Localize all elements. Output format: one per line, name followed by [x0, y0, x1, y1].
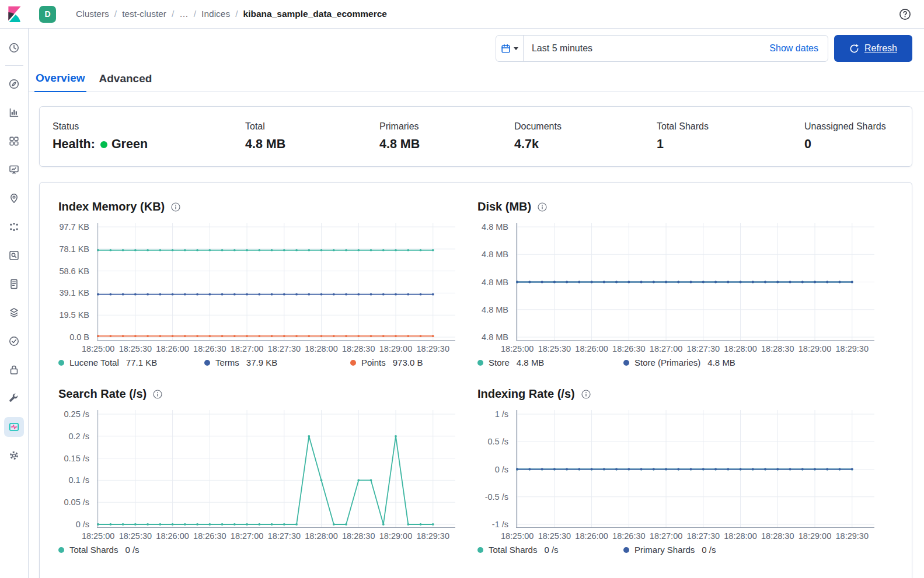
index-summary-panel: Status Health: Green Total 4.8 MB Primar…	[39, 106, 912, 167]
sidebar-item-machine-learning[interactable]	[0, 212, 29, 241]
time-range-value[interactable]: Last 5 minutes	[524, 43, 769, 54]
sidebar-item-uptime[interactable]	[0, 327, 29, 355]
legend-name: Terms	[215, 358, 239, 367]
sidebar-item-canvas[interactable]	[0, 155, 29, 184]
x-tick: 18:27:30	[687, 531, 720, 541]
legend-dot	[623, 360, 629, 366]
x-tick: 18:28:00	[305, 531, 337, 541]
y-tick: 0.25 /s	[64, 409, 89, 419]
legend-value: 4.8 MB	[707, 358, 735, 367]
x-tick: 18:25:00	[501, 531, 534, 541]
recent-items-icon[interactable]	[0, 33, 29, 62]
sidebar-item-metrics[interactable]	[0, 298, 29, 327]
x-tick: 18:27:00	[231, 344, 263, 353]
x-tick: 18:25:30	[119, 344, 152, 353]
legend-name: Lucene Total	[69, 358, 119, 367]
x-tick: 18:27:00	[231, 531, 263, 541]
help-icon[interactable]	[899, 8, 911, 20]
breadcrumb-collapsed[interactable]: …	[179, 9, 189, 19]
refresh-button[interactable]: Refresh	[834, 35, 912, 62]
breadcrumb-clusters[interactable]: Clusters	[76, 9, 109, 19]
legend-item-terms[interactable]: Terms37.9 KB	[204, 358, 350, 367]
legend-dot	[477, 547, 483, 553]
x-tick: 18:29:00	[379, 344, 412, 353]
legend-item-store[interactable]: Store4.8 MB	[477, 358, 623, 367]
plot-indexing-rate[interactable]	[516, 410, 874, 528]
plot-disk[interactable]	[516, 223, 874, 341]
chart-search-rate: Search Rate (/s)0.25 /s0.2 /s0.15 /s0.1 …	[58, 387, 455, 555]
x-tick: 18:29:00	[799, 344, 831, 353]
legend-value: 37.9 KB	[246, 358, 277, 367]
sidebar-item-discover[interactable]	[0, 69, 29, 98]
sidebar-item-stack-monitoring[interactable]	[0, 412, 29, 441]
chart-indexing-rate: Indexing Rate (/s)1 /s0.5 /s0 /s-0.5 /s-…	[477, 387, 874, 555]
plot-search-rate[interactable]	[97, 410, 455, 528]
info-icon[interactable]	[538, 202, 547, 212]
x-tick: 18:28:00	[724, 344, 756, 353]
sidebar-item-enterprise-search[interactable]	[0, 241, 29, 269]
sidebar	[0, 29, 29, 578]
charts-panel: Index Memory (KB)97.7 KB78.1 KB58.6 KB39…	[39, 182, 912, 578]
x-tick: 18:25:30	[538, 531, 571, 541]
tab-advanced[interactable]: Advanced	[98, 67, 154, 92]
legend: Store4.8 MBStore (Primaries)4.8 MB	[477, 358, 874, 367]
stat-total: Total 4.8 MB	[245, 121, 379, 152]
x-axis: 18:25:0018:25:3018:26:0018:26:3018:27:00…	[97, 528, 455, 540]
x-tick: 18:28:00	[305, 344, 337, 353]
info-icon[interactable]	[153, 390, 162, 399]
legend: Lucene Total77.1 KBTerms37.9 KBPoints973…	[58, 358, 455, 367]
x-tick: 18:28:30	[761, 344, 794, 353]
plot-index-memory[interactable]	[97, 223, 455, 341]
breadcrumb-separator: /	[235, 9, 238, 19]
x-tick: 18:28:00	[724, 531, 756, 541]
legend-name: Primary Shards	[634, 545, 695, 555]
legend-item-lucene-total[interactable]: Lucene Total77.1 KB	[58, 358, 204, 367]
breadcrumb-indices[interactable]: Indices	[201, 9, 230, 19]
x-tick: 18:26:00	[156, 344, 189, 353]
sidebar-divider	[5, 65, 23, 66]
y-tick: 97.7 KB	[59, 222, 89, 232]
sidebar-item-logs[interactable]	[0, 269, 29, 298]
x-tick: 18:25:00	[501, 344, 534, 353]
chart-index-memory: Index Memory (KB)97.7 KB78.1 KB58.6 KB39…	[58, 200, 455, 367]
show-dates-button[interactable]: Show dates	[769, 43, 818, 54]
y-tick: -1 /s	[492, 520, 508, 529]
calendar-icon	[501, 44, 511, 54]
breadcrumb-index-name: kibana_sample_data_ecommerce	[243, 9, 387, 19]
legend-item-points[interactable]: Points973.0 B	[350, 358, 496, 367]
tab-overview[interactable]: Overview	[34, 67, 86, 92]
quick-select-button[interactable]	[496, 36, 524, 61]
legend-name: Store (Primaries)	[634, 358, 700, 367]
legend-item-total-shards[interactable]: Total Shards0 /s	[58, 545, 204, 555]
x-tick: 18:26:30	[612, 344, 645, 353]
legend-dot	[477, 360, 483, 366]
sidebar-item-dashboard[interactable]	[0, 127, 29, 155]
sidebar-item-dev-tools[interactable]	[0, 384, 29, 412]
legend-value: 0 /s	[544, 545, 558, 555]
chart-title-search-rate: Search Rate (/s)	[58, 387, 147, 401]
x-tick: 18:25:30	[119, 531, 152, 541]
kibana-logo-icon	[6, 6, 22, 22]
breadcrumb-cluster-name[interactable]: test-cluster	[122, 9, 166, 19]
x-axis: 18:25:0018:25:3018:26:0018:26:3018:27:00…	[97, 341, 455, 352]
super-date-picker: Last 5 minutes Show dates	[496, 35, 828, 62]
tabs: Overview Advanced	[29, 67, 924, 92]
legend-item-primary-shards[interactable]: Primary Shards0 /s	[623, 545, 769, 555]
legend-item-total-shards[interactable]: Total Shards0 /s	[477, 545, 623, 555]
x-tick: 18:29:30	[836, 531, 869, 541]
chevron-down-icon	[514, 47, 518, 50]
legend-name: Store	[489, 358, 510, 367]
x-tick: 18:25:00	[82, 344, 114, 353]
legend-item-store-primaries-[interactable]: Store (Primaries)4.8 MB	[623, 358, 769, 367]
sidebar-item-security[interactable]	[0, 355, 29, 384]
x-tick: 18:25:00	[82, 531, 114, 541]
sidebar-item-maps[interactable]	[0, 184, 29, 212]
info-icon[interactable]	[171, 202, 180, 212]
kibana-logo[interactable]	[0, 0, 29, 28]
sidebar-item-visualize[interactable]	[0, 98, 29, 127]
legend: Total Shards0 /s	[58, 545, 455, 555]
space-badge[interactable]: D	[39, 6, 56, 23]
info-icon[interactable]	[581, 390, 591, 399]
sidebar-item-stack-management[interactable]	[0, 441, 29, 470]
y-tick: 4.8 MB	[482, 332, 508, 342]
